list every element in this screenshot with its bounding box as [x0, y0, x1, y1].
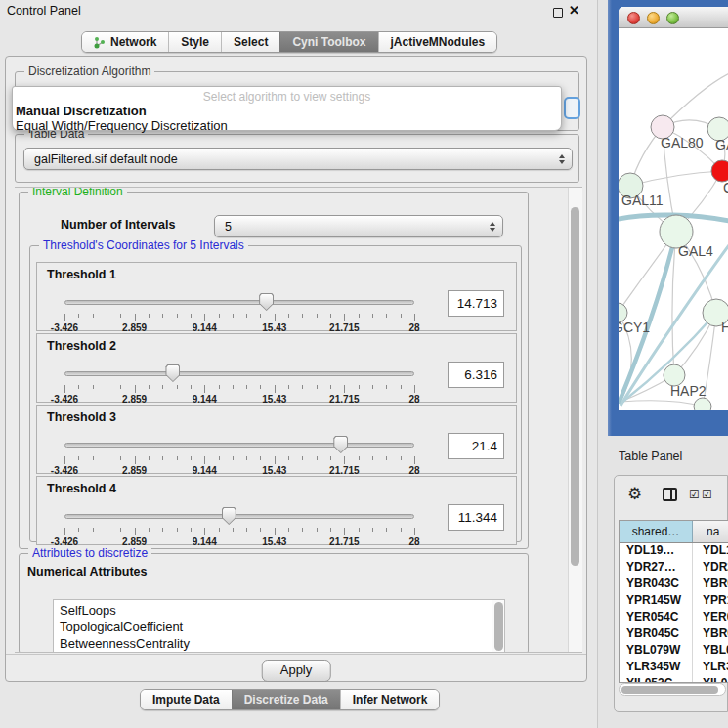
network-icon: [94, 36, 106, 49]
apply-button[interactable]: Apply: [262, 660, 331, 682]
number-of-intervals-combobox[interactable]: 5: [214, 215, 503, 237]
slider-ticks: [64, 456, 414, 464]
tab-style[interactable]: Style: [168, 32, 221, 52]
table-row[interactable]: YER054C YER0: [620, 610, 728, 626]
slider-thumb[interactable]: [333, 436, 348, 453]
settings-scrollbar[interactable]: [568, 188, 582, 653]
settings-scrollbar-thumb[interactable]: [571, 207, 579, 566]
threshold-slider[interactable]: -3.4262.8599.14415.4321.71528: [64, 435, 414, 468]
slider-thumb[interactable]: [259, 293, 274, 311]
tab-discretize-data[interactable]: Discretize Data: [232, 690, 340, 709]
threshold-value-field[interactable]: 14.713: [448, 290, 504, 317]
network-edge[interactable]: [621, 401, 703, 407]
table-row[interactable]: YDL19… YDL1: [620, 543, 728, 560]
tick-label: 21.715: [329, 322, 360, 333]
tick-label: 2.859: [122, 465, 147, 476]
tab-jactivemnodules[interactable]: jActiveMNodules: [378, 32, 497, 52]
algorithm-combo-focus-fragment[interactable]: [564, 97, 580, 119]
checked-checkbox-icon[interactable]: ☑: [689, 488, 700, 501]
node-label: C: [723, 180, 728, 195]
table-row[interactable]: YLR345W YLR3: [620, 660, 728, 676]
settings-gear-icon[interactable]: ⚙: [627, 484, 642, 504]
tab-network[interactable]: Network: [82, 32, 168, 52]
control-panel: Control Panel ✕ Network Style Select Cyn…: [0, 0, 598, 728]
table-row[interactable]: YBR045C YBR0: [620, 626, 728, 643]
zoom-traffic-light-icon[interactable]: [666, 12, 679, 24]
panel-title: Control Panel: [7, 4, 81, 18]
threshold-row: Threshold 3 -3.4262.8599.14415.4321.7152…: [36, 405, 517, 474]
table-row[interactable]: YPR145W YPR1: [620, 593, 728, 610]
attributes-scrollbar[interactable]: [492, 600, 504, 653]
checked-checkbox-icon[interactable]: ☑: [702, 488, 712, 501]
network-node[interactable]: [711, 160, 728, 182]
table-row[interactable]: YIL052C YIL0: [620, 676, 728, 683]
slider-thumb[interactable]: [165, 364, 180, 382]
attributes-group-label: Attributes to discretize: [28, 546, 151, 560]
numerical-attributes-label: Numerical Attributes: [27, 565, 147, 578]
tick-label: 21.715: [329, 465, 360, 476]
cyni-toolbox-panel: Discretization Algorithm Table Data galF…: [5, 56, 587, 682]
float-window-icon[interactable]: [553, 8, 563, 18]
slider-track[interactable]: [64, 514, 414, 519]
tab-cyni-toolbox[interactable]: Cyni Toolbox: [279, 32, 377, 52]
column-header[interactable]: shared…: [620, 521, 693, 542]
tab-select[interactable]: Select: [221, 32, 279, 52]
threshold-value-field[interactable]: 21.4: [448, 433, 504, 459]
slider-track[interactable]: [64, 371, 414, 376]
numerical-attributes-list[interactable]: SelfLoopsTopologicalCoefficientBetweenne…: [53, 599, 505, 653]
node-table[interactable]: shared…na YDL19… YDL1 YDR27… YDR2 YBR043…: [619, 520, 728, 683]
table-row[interactable]: YDR27… YDR2: [620, 560, 728, 577]
threshold-slider[interactable]: -3.4262.8599.14415.4321.71528: [64, 292, 414, 325]
tab-infer-network[interactable]: Infer Network: [340, 690, 440, 709]
attribute-list-item[interactable]: BetweennessCentrality: [60, 635, 504, 652]
table-row[interactable]: YBR043C YBR0: [620, 577, 728, 593]
number-of-intervals-label: Number of Intervals: [61, 218, 175, 232]
slider-track[interactable]: [64, 443, 414, 448]
threshold-value-field[interactable]: 6.316: [448, 362, 504, 388]
control-panel-titlebar: Control Panel ✕: [0, 0, 598, 23]
thresholds-group-label: Threshold's Coordinates for 5 Intervals: [39, 238, 248, 252]
network-canvas[interactable]: GAL80GACGAL11GAL4GCY1HHAP2: [619, 28, 728, 410]
tab-impute-data[interactable]: Impute Data: [141, 690, 232, 709]
attribute-list-item[interactable]: TopologicalCoefficient: [60, 619, 504, 635]
tick-label: 9.144: [193, 322, 217, 333]
slider-ticks: [64, 528, 414, 535]
tick-label: -3.426: [51, 322, 78, 333]
attribute-list-item[interactable]: SelfLoops: [60, 602, 504, 619]
node-label: GCY1: [619, 320, 650, 335]
algorithm-option[interactable]: Equal Width/Frequency Discretization: [16, 118, 228, 133]
split-columns-icon[interactable]: [663, 488, 677, 501]
close-traffic-light-icon[interactable]: [627, 12, 640, 24]
algorithm-dropdown-popup: Select algorithm to view settings Manual…: [12, 86, 562, 131]
table-toolbar: ⚙ ☑ ☑: [615, 480, 727, 511]
bottom-tab-strip: Impute Data Discretize Data Infer Networ…: [140, 689, 440, 710]
tick-label: 28: [408, 465, 419, 476]
table-hscrollbar-thumb[interactable]: [621, 686, 718, 694]
threshold-slider[interactable]: -3.4262.8599.14415.4321.71528: [64, 506, 414, 539]
column-header[interactable]: na: [693, 521, 728, 542]
algorithm-popup-hint: Select algorithm to view settings: [13, 90, 561, 104]
threshold-label: Threshold 3: [47, 410, 116, 424]
discretization-algorithm-label: Discretization Algorithm: [24, 64, 154, 78]
network-node[interactable]: [694, 398, 711, 410]
node-label: GA: [715, 137, 728, 152]
attributes-scrollbar-thumb[interactable]: [494, 602, 503, 651]
slider-thumb[interactable]: [222, 507, 236, 525]
table-data-combobox[interactable]: galFiltered.sif default node: [23, 148, 573, 170]
slider-track[interactable]: [64, 300, 414, 305]
apply-strip: Apply: [6, 654, 586, 682]
threshold-value-field[interactable]: 11.344: [448, 504, 504, 531]
close-icon[interactable]: ✕: [569, 3, 579, 18]
node-label: HAP2: [670, 383, 707, 399]
tick-label: 28: [408, 536, 419, 547]
network-edge[interactable]: [630, 171, 722, 186]
table-row[interactable]: YBL079W YBL0: [620, 643, 728, 660]
algorithm-option[interactable]: Manual Discretization: [16, 104, 147, 118]
minimize-traffic-light-icon[interactable]: [647, 12, 660, 24]
tick-label: 9.144: [193, 536, 217, 547]
threshold-slider[interactable]: -3.4262.8599.14415.4321.71528: [64, 364, 414, 397]
tick-label: 2.859: [122, 394, 147, 405]
network-view-frame: GAL80GACGAL11GAL4GCY1HHAP2: [608, 0, 728, 436]
network-window-titlebar: [619, 7, 728, 28]
table-hscrollbar[interactable]: [619, 683, 726, 696]
